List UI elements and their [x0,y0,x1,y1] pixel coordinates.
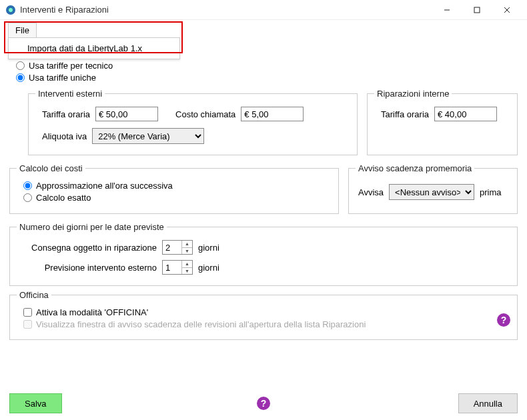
select-aliquota-iva[interactable]: 22% (Merce Varia) [92,128,204,144]
check-attiva-officina[interactable]: Attiva la modalità 'OFFICINA' [23,307,510,317]
group-calcolo: Calcolo dei costi Approssimazione all'or… [9,163,339,214]
legend-interne: Riparazioni interne [374,89,452,99]
cancel-button[interactable]: Annulla [458,393,518,413]
check-visualizza-avviso: Visualizza finestra di avviso scadenza d… [23,319,510,329]
check-visualizza-avviso-label: Visualizza finestra di avviso scadenza d… [36,319,366,329]
radio-approx-input[interactable] [23,181,32,190]
footer: Salva ? Annulla [9,393,518,413]
svg-rect-3 [474,7,480,13]
legend-calcolo: Calcolo dei costi [17,163,85,173]
label-tariffa-int: Tariffa oraria [381,109,429,119]
input-tariffa-int[interactable] [434,107,497,121]
legend-esterni: Interventi esterni [35,89,105,99]
close-button[interactable] [492,1,522,19]
legend-avviso: Avviso scadenza promemoria [356,163,474,173]
radio-uniche-label: Usa tariffe uniche [29,73,96,83]
radio-esatto-input[interactable] [23,193,32,202]
group-avviso: Avviso scadenza promemoria Avvisa <Nessu… [348,163,518,214]
input-costo-chiamata[interactable] [241,107,304,121]
radio-per-tecnico-label: Usa tariffe per tecnico [29,61,113,71]
group-esterni: Interventi esterni Tariffa oraria Costo … [28,89,358,155]
check-attiva-officina-input[interactable] [23,308,32,317]
menu-item-import[interactable]: Importa dati da LibertyLab 1.x [9,41,179,56]
input-tariffa-ext[interactable] [95,107,158,121]
minimize-button[interactable] [432,1,462,19]
app-icon [5,5,16,15]
window-title: Interventi e Riparazioni [20,5,432,15]
radio-per-tecnico-input[interactable] [16,61,25,70]
spinner-previsione-btns[interactable]: ▲▼ [181,261,192,274]
label-prima: prima [480,187,502,197]
label-tariffa-ext: Tariffa oraria [42,109,90,119]
radio-uniche[interactable]: Usa tariffe uniche [16,73,518,83]
window-controls [432,1,522,19]
menubar: File Importa dati da LibertyLab 1.x [0,20,527,49]
menu-file[interactable]: File [8,23,37,37]
label-giorni-2: giorni [198,263,219,273]
legend-giorni: Numero dei giorni per le date previste [17,222,167,232]
help-icon-footer[interactable]: ? [257,397,270,410]
radio-esatto[interactable]: Calcolo esatto [23,193,332,203]
select-avviso[interactable]: <Nessun avviso> [389,184,474,200]
radio-approx[interactable]: Approssimazione all'ora successiva [23,181,332,191]
label-avvisa: Avvisa [358,187,384,197]
radio-per-tecnico[interactable]: Usa tariffe per tecnico [16,61,518,71]
group-giorni: Numero dei giorni per le date previste C… [9,222,518,286]
label-costo-chiamata: Costo chiamata [175,109,235,119]
label-consegna: Consegna oggetto in riparazione [23,243,157,253]
check-attiva-officina-label: Attiva la modalità 'OFFICINA' [36,307,148,317]
label-aliquota-iva: Aliquota iva [42,131,87,141]
radio-esatto-label: Calcolo esatto [36,193,91,203]
svg-point-1 [9,8,13,12]
spinner-consegna-btns[interactable]: ▲▼ [181,241,192,254]
group-officina: Officina Attiva la modalità 'OFFICINA' V… [9,290,518,340]
legend-officina: Officina [17,290,51,300]
title-bar: Interventi e Riparazioni [0,0,527,20]
maximize-button[interactable] [462,1,492,19]
group-interne: Riparazioni interne Tariffa oraria [367,89,518,155]
check-visualizza-avviso-input [23,320,32,329]
help-icon-officina[interactable]: ? [497,313,510,327]
label-giorni-1: giorni [198,243,219,253]
save-button[interactable]: Salva [9,393,62,413]
radio-uniche-input[interactable] [16,73,25,82]
label-previsione: Previsione intervento esterno [23,263,157,273]
radio-approx-label: Approssimazione all'ora successiva [36,181,173,191]
